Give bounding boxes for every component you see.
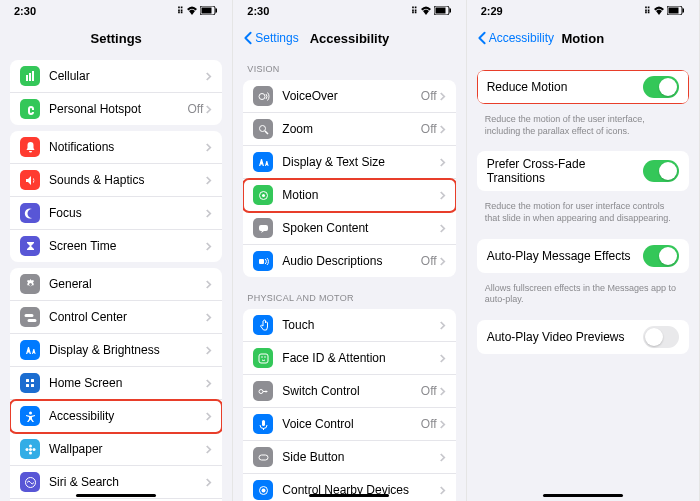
svg-rect-39 [668,7,678,13]
row-accessibility[interactable]: Accessibility [10,400,222,433]
faceid-icon [253,348,273,368]
battery-icon [434,6,452,17]
row-audio-descriptions[interactable]: Audio Descriptions Off [243,245,455,277]
row-cellular[interactable]: Cellular [10,60,222,93]
wifi-icon [420,6,432,17]
cell-icon: ⠿ [177,6,184,16]
row-voiceover[interactable]: VoiceOver Off [243,80,455,113]
section-header: VISION [233,54,465,78]
row-value: Off [188,102,204,116]
toggle-auto-play-video-previews[interactable] [643,326,679,348]
row-notifications[interactable]: Notifications [10,131,222,164]
row-label: Auto-Play Video Previews [487,330,643,344]
chevron-right-icon [205,411,212,422]
nav-bar: Settings Accessibility [233,22,465,54]
siri-icon [20,472,40,492]
motion-list[interactable]: Reduce MotionReduce the motion of the us… [467,54,699,501]
settings-list[interactable]: Cellular Personal Hotspot Off Notificati… [0,54,232,501]
back-button[interactable]: Accessibility [477,31,554,45]
row-sounds-haptics[interactable]: Sounds & Haptics [10,164,222,197]
row-wallpaper[interactable]: Wallpaper [10,433,222,466]
row-personal-hotspot[interactable]: Personal Hotspot Off [10,93,222,125]
svg-rect-1 [202,7,212,13]
hourglass-icon [20,236,40,256]
svg-rect-32 [259,455,268,460]
svg-point-22 [259,125,265,131]
row-label: Home Screen [49,376,205,390]
row-label: Wallpaper [49,442,205,456]
row-label: Reduce Motion [487,80,643,94]
accessibility-icon [20,406,40,426]
row-motion[interactable]: Motion [243,179,455,212]
textsize-icon [253,152,273,172]
wifi-icon [653,6,665,17]
row-label: Touch [282,318,438,332]
chevron-right-icon [205,378,212,389]
row-label: Siri & Search [49,475,205,489]
antenna-icon [20,66,40,86]
footer-note: Reduce the motion for user interface con… [467,197,699,232]
row-focus[interactable]: Focus [10,197,222,230]
row-spoken-content[interactable]: Spoken Content [243,212,455,245]
accessibility-list[interactable]: VISION VoiceOver Off Zoom Off Display & … [233,54,465,501]
row-display-brightness[interactable]: Display & Brightness [10,334,222,367]
svg-point-33 [261,488,265,492]
row-zoom[interactable]: Zoom Off [243,113,455,146]
row-label: Audio Descriptions [282,254,421,268]
row-switch-control[interactable]: Switch Control Off [243,375,455,408]
home-indicator[interactable] [543,494,623,497]
row-value: Off [421,89,437,103]
row-label: Prefer Cross-Fade Transitions [487,157,643,185]
row-face-id-attention[interactable]: Face ID & Attention [243,342,455,375]
row-prefer-cross-fade-transitions: Prefer Cross-Fade Transitions [477,151,689,191]
battery-icon [667,6,685,17]
status-time: 2:30 [247,5,269,17]
row-home-screen[interactable]: Home Screen [10,367,222,400]
row-general[interactable]: General [10,268,222,301]
toggle-reduce-motion[interactable] [643,76,679,98]
nearby-icon [253,480,273,500]
row-control-center[interactable]: Control Center [10,301,222,334]
row-screen-time[interactable]: Screen Time [10,230,222,262]
home-indicator[interactable] [76,494,156,497]
chevron-right-icon [205,104,212,115]
home-indicator[interactable] [309,494,389,497]
motion-icon [253,185,273,205]
row-label: Spoken Content [282,221,438,235]
row-label: Notifications [49,140,205,154]
chevron-right-icon [205,444,212,455]
row-side-button[interactable]: Side Button [243,441,455,474]
row-voice-control[interactable]: Voice Control Off [243,408,455,441]
chevron-right-icon [439,485,446,496]
svg-point-24 [262,194,265,197]
chevron-right-icon [439,256,446,267]
footer-note: Reduce the motion of the user interface,… [467,110,699,145]
textsize-icon [20,340,40,360]
svg-rect-40 [682,8,684,12]
chevron-right-icon [205,312,212,323]
back-button[interactable]: Settings [243,31,298,45]
row-value: Off [421,254,437,268]
status-bar: 2:30 ⠿ [0,0,232,22]
speaker-icon [20,170,40,190]
toggle-prefer-cross-fade-transitions[interactable] [643,160,679,182]
row-touch[interactable]: Touch [243,309,455,342]
settings-group: Touch Face ID & Attention Switch Control… [243,309,455,501]
svg-rect-27 [259,354,268,363]
svg-point-12 [32,448,35,451]
battery-icon [200,6,218,17]
chevron-right-icon [439,320,446,331]
chevron-right-icon [205,241,212,252]
switches-icon [20,307,40,327]
voiceover-icon [253,86,273,106]
chevron-right-icon [205,175,212,186]
page-title: Settings [91,31,142,46]
svg-point-9 [29,444,32,447]
back-label: Settings [255,31,298,45]
row-auto-play-video-previews: Auto-Play Video Previews [477,320,689,354]
nav-bar: Settings [0,22,232,54]
toggle-auto-play-message-effects[interactable] [643,245,679,267]
touch-icon [253,315,273,335]
row-display-text-size[interactable]: Display & Text Size [243,146,455,179]
svg-point-7 [29,411,32,414]
